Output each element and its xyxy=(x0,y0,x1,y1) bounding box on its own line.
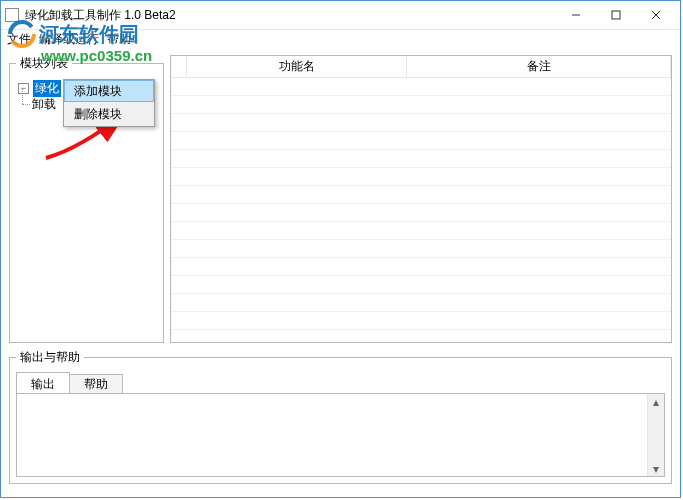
grid-header: 功能名 备注 xyxy=(171,56,671,78)
table-row[interactable] xyxy=(171,186,671,204)
window-controls xyxy=(556,1,676,29)
context-menu: 添加模块 删除模块 xyxy=(63,79,155,127)
table-row[interactable] xyxy=(171,150,671,168)
function-grid: 功能名 备注 xyxy=(170,55,672,343)
module-list-legend: 模块列表 xyxy=(16,55,72,72)
table-row[interactable] xyxy=(171,78,671,96)
minimize-button[interactable] xyxy=(556,1,596,29)
grid-col-checkbox[interactable] xyxy=(171,56,187,77)
window-title: 绿化卸载工具制作 1.0 Beta2 xyxy=(25,7,556,24)
menu-help[interactable]: 帮助 xyxy=(107,31,131,48)
scroll-up-icon[interactable]: ▴ xyxy=(649,394,664,409)
output-body[interactable]: ▴ ▾ xyxy=(16,393,665,477)
titlebar: 绿化卸载工具制作 1.0 Beta2 xyxy=(1,1,680,29)
tree-child-label[interactable]: 卸载 xyxy=(32,96,56,113)
table-row[interactable] xyxy=(171,168,671,186)
tab-help[interactable]: 帮助 xyxy=(69,374,123,394)
table-row[interactable] xyxy=(171,294,671,312)
collapse-icon[interactable]: − xyxy=(18,83,29,94)
menubar: 文件 编译或运行 帮助 xyxy=(1,29,680,49)
output-help-panel: 输出与帮助 输出 帮助 ▴ ▾ xyxy=(9,349,672,484)
menu-file[interactable]: 文件 xyxy=(7,31,31,48)
table-row[interactable] xyxy=(171,114,671,132)
menu-compile-run[interactable]: 编译或运行 xyxy=(39,31,99,48)
table-row[interactable] xyxy=(171,132,671,150)
grid-col-remark[interactable]: 备注 xyxy=(407,56,671,77)
table-row[interactable] xyxy=(171,204,671,222)
tree-root-label[interactable]: 绿化 xyxy=(33,80,61,97)
tab-output[interactable]: 输出 xyxy=(16,372,70,394)
svg-rect-1 xyxy=(612,11,620,19)
vertical-scrollbar[interactable]: ▴ ▾ xyxy=(647,394,664,476)
maximize-button[interactable] xyxy=(596,1,636,29)
menu-item-delete-module[interactable]: 删除模块 xyxy=(64,102,154,126)
table-row[interactable] xyxy=(171,312,671,330)
table-row[interactable] xyxy=(171,258,671,276)
table-row[interactable] xyxy=(171,240,671,258)
table-row[interactable] xyxy=(171,276,671,294)
app-icon xyxy=(5,8,19,22)
output-legend: 输出与帮助 xyxy=(16,349,84,366)
menu-item-add-module[interactable]: 添加模块 xyxy=(64,80,154,102)
table-row[interactable] xyxy=(171,96,671,114)
app-window: 绿化卸载工具制作 1.0 Beta2 文件 编译或运行 帮助 模块列表 − 绿化… xyxy=(0,0,681,498)
grid-body[interactable] xyxy=(171,78,671,342)
table-row[interactable] xyxy=(171,222,671,240)
output-tabs: 输出 帮助 xyxy=(16,372,665,394)
close-button[interactable] xyxy=(636,1,676,29)
grid-col-funcname[interactable]: 功能名 xyxy=(187,56,407,77)
scroll-down-icon[interactable]: ▾ xyxy=(649,461,664,476)
